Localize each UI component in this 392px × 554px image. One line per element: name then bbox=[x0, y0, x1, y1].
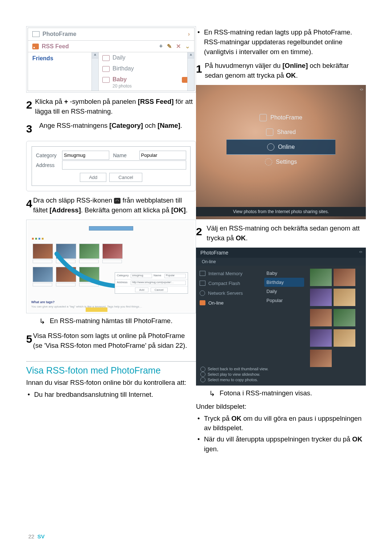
result-arrow-icon: ↳ bbox=[39, 316, 45, 327]
wifi-icon: ⌔ bbox=[360, 87, 363, 93]
browser-title: PhotoFrame bbox=[196, 248, 366, 258]
close-icon: ✕ bbox=[176, 43, 181, 50]
memory-icon bbox=[200, 271, 205, 276]
category-label: Category bbox=[36, 150, 62, 160]
chevron-down-icon: ⌄ bbox=[185, 43, 190, 50]
pencil-icon: ✎ bbox=[167, 43, 172, 50]
intro-bullet: Du har bredbandsanslutning till Internet… bbox=[34, 390, 196, 400]
rss-inline-icon: ◠ bbox=[114, 198, 121, 204]
globe-icon bbox=[200, 290, 205, 296]
slideshow-bullet-1: Tryck på OK om du vill göra en paus i up… bbox=[204, 414, 366, 433]
name-label: Name bbox=[110, 150, 139, 160]
panel-title: PhotoFrame bbox=[42, 31, 76, 37]
album-baby-count: 20 photos bbox=[113, 83, 132, 89]
rss-feed-label: RSS Feed bbox=[42, 43, 69, 50]
shared-icon bbox=[266, 129, 273, 136]
photoframe-icon bbox=[32, 31, 40, 37]
address-input bbox=[62, 160, 186, 170]
cf-icon bbox=[200, 281, 205, 286]
precondition-1: En RSS-matning redan lagts upp på PhotoF… bbox=[204, 28, 366, 57]
cancel-button: Cancel bbox=[109, 173, 142, 182]
right-step-2: 2 Välj en RSS-matning och bekräfta sedan… bbox=[196, 224, 366, 243]
album-daily: Daily bbox=[113, 54, 126, 61]
chevron-right-icon: › bbox=[188, 31, 190, 37]
section-heading: Visa RSS-foton med PhotoFrame bbox=[26, 361, 196, 376]
wifi-icon: ⌔ bbox=[359, 250, 362, 255]
add-button: Add bbox=[80, 173, 106, 182]
photoframe-icon bbox=[260, 114, 267, 121]
folder-icon bbox=[102, 66, 110, 72]
scrollbar: ▲ bbox=[91, 52, 98, 91]
rss-icon bbox=[32, 44, 39, 49]
right-step-1: 1 På huvudmenyn väljer du [Online] och b… bbox=[196, 61, 366, 81]
drag-rss-screenshot: CategorysmugmugNamePopular Addresshttp:/… bbox=[26, 220, 196, 313]
folder-icon bbox=[102, 77, 110, 83]
status-bar: View photos from the Internet photo shar… bbox=[196, 207, 366, 216]
category-input bbox=[62, 151, 109, 160]
step-4-result: ↳ En RSS-matning hämtas till PhotoFrame. bbox=[39, 316, 196, 327]
name-input bbox=[139, 151, 187, 160]
folder-icon bbox=[102, 55, 110, 61]
gear-icon bbox=[265, 158, 272, 166]
step-5: 5 Visa RSS-foton som lagts ut online på … bbox=[26, 331, 196, 351]
browser-subtitle: On-line bbox=[196, 258, 366, 266]
under-slideshow: Under bildspelet: bbox=[196, 402, 366, 412]
plus-icon: + bbox=[159, 43, 163, 50]
right-result: ↳ Fotona i RSS-matningen visas. bbox=[209, 388, 366, 399]
slideshow-bullet-2: När du vill återuppta uppspelningen tryc… bbox=[204, 435, 366, 454]
rss-icon bbox=[200, 300, 205, 305]
intro-text: Innan du visar RSS-foton online bör du k… bbox=[26, 378, 196, 388]
album-baby: Baby bbox=[113, 76, 132, 83]
step-2: 2 Klicka på + -symbolen på panelen [RSS … bbox=[26, 97, 196, 117]
thumbnail-browser-screenshot: PhotoFrame On-line ⌔ Internal Memory Com… bbox=[196, 248, 366, 386]
scrollbar: ▲ bbox=[187, 52, 194, 91]
step-4: 4 Dra och släpp RSS-ikonen ◠ från webbpl… bbox=[26, 196, 196, 215]
main-menu-screenshot: ⌔ PhotoFrame Shared Online Settings View… bbox=[196, 85, 366, 219]
address-label: Address bbox=[36, 160, 62, 170]
step-3: 3 Ange RSS-matningens [Category] och [Na… bbox=[26, 121, 196, 137]
globe-icon bbox=[267, 143, 274, 151]
rss-feed-panel-screenshot: PhotoFrame › RSS Feed + ✎ ✕ ⌄ Friends bbox=[26, 26, 196, 93]
album-birthday: Birthday bbox=[113, 65, 134, 72]
page-footer: 22 SV bbox=[28, 533, 45, 539]
friends-group: Friends bbox=[32, 55, 53, 61]
add-feed-dialog-screenshot: Category Name Address Add Cancel bbox=[26, 141, 196, 191]
result-arrow-icon: ↳ bbox=[209, 388, 215, 399]
